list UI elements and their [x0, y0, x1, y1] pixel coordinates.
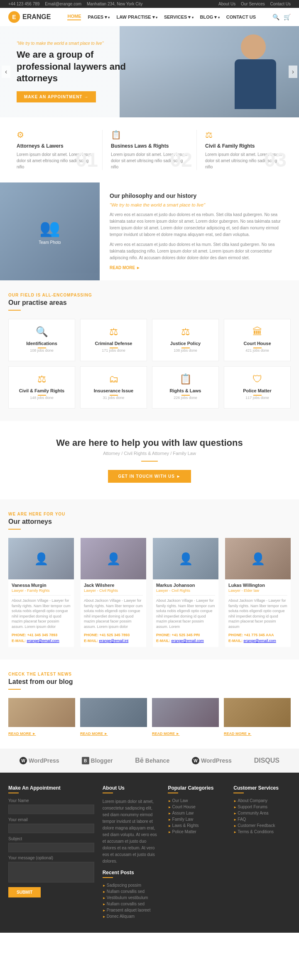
footer-service-3[interactable]: Community Area — [233, 811, 291, 815]
philosophy-text-2: At vero eos et accusam et justo duo dolo… — [110, 241, 289, 261]
top-bar-address[interactable]: Manhattan 234, New York City — [87, 2, 143, 6]
footer-name-input[interactable] — [8, 805, 94, 814]
top-bar-email[interactable]: Email@erange.com — [45, 2, 81, 6]
practice-card-identifications[interactable]: 🔍 Identifications 108 jobs done — [8, 319, 75, 361]
nav-contact[interactable]: CONTACT US — [226, 15, 256, 19]
footer-category-1[interactable]: Our Law — [168, 798, 225, 803]
footer-category-5[interactable]: Laws & Rights — [168, 823, 225, 828]
top-bar-phone[interactable]: +44 123 456 789 — [8, 2, 39, 6]
footer-submit-button[interactable]: SUBMIT — [8, 887, 41, 897]
top-bar-services[interactable]: Our Services — [241, 2, 265, 6]
footer-appointment: Make An Appointment Your Name Your email… — [8, 785, 94, 920]
footer-category-4[interactable]: Family Law — [168, 817, 225, 822]
feature-num-1: 01 — [76, 150, 98, 170]
logo[interactable]: E ERANGE — [8, 11, 51, 23]
footer-recent-post-5[interactable]: Praesent aliquet laoreet — [103, 908, 160, 912]
blog-read-more-4[interactable]: READ MORE — [224, 732, 251, 736]
nav-pages[interactable]: PAGES ▾ — [88, 15, 110, 20]
cta-subtitle: Attorney / Civil Rights & Attorney / Fam… — [8, 451, 291, 456]
hero-cta-button[interactable]: MAKE AN APPOINTMENT → — [17, 91, 96, 102]
partner-label-1: WordPress — [29, 757, 59, 764]
top-bar-contact[interactable]: Contact Us — [270, 2, 291, 6]
attorney-contact-3: PHONE: +41 525 345 PRI E-MAIL: erange@em… — [156, 632, 215, 644]
hero-next-button[interactable]: › — [289, 66, 297, 78]
practice-icon-justice: ⚖ — [159, 326, 212, 338]
hero-title: We are a group of professional laywers a… — [17, 49, 150, 85]
cta-title: We are here to help you with law questio… — [8, 438, 291, 448]
partner-wordpress-1: W WordPress — [20, 757, 59, 764]
feature-num-2: 02 — [170, 150, 192, 170]
footer-subject-label: Subject — [8, 837, 94, 841]
attorney-email-2: E-MAIL: erange@email.int — [84, 638, 143, 644]
footer-service-5[interactable]: Customer Feedback — [233, 823, 291, 828]
practice-card-justice[interactable]: ⚖ Justice Policy 108 jobs done — [152, 319, 219, 361]
blog-label: check the latest news — [8, 672, 291, 676]
nav-law-practise[interactable]: LAW PRACTISE ▾ — [116, 15, 157, 20]
practice-card-rights[interactable]: 📋 Rights & Laws 226 jobs done — [152, 366, 219, 409]
footer-service-4[interactable]: FAQ — [233, 817, 291, 822]
blog-read-more-2[interactable]: READ MORE — [80, 732, 108, 736]
footer-recent-post-4[interactable]: Nullam convallis sed — [103, 902, 160, 906]
partner-behance: Bē Behance — [135, 757, 169, 764]
nav-blog[interactable]: BLOG ▾ — [200, 15, 220, 20]
feature-num-3: 03 — [265, 150, 287, 170]
attorney-photo-3: 👤 — [153, 538, 218, 579]
blog-read-more-3[interactable]: READ MORE — [152, 732, 179, 736]
features-section: ⚙ Attorneys & Lawers Lorem ipsum dolor s… — [0, 117, 299, 182]
footer-service-2[interactable]: Support Forums — [233, 805, 291, 809]
hero-person-head — [241, 34, 266, 59]
footer-categories: Popular Categories Our Law Court House A… — [168, 785, 225, 920]
footer-category-2[interactable]: Court House — [168, 805, 225, 809]
attorney-avatar-3: 👤 — [179, 552, 193, 566]
practice-card-title-3: Justice Policy — [159, 341, 212, 346]
practice-icon-criminal: ⚖ — [87, 326, 140, 338]
attorney-email-4: E-MAIL: erange@email.com — [228, 638, 287, 644]
practice-icon-insurance: 🗂 — [87, 373, 140, 385]
footer-recent-post-3[interactable]: Vestibulum vestibulum — [103, 895, 160, 900]
practice-card-criminal[interactable]: ⚖ Criminal Defense 171 jobs done — [80, 319, 147, 361]
blog-card-1: READ MORE — [8, 698, 75, 736]
footer-category-6[interactable]: Police Matter — [168, 829, 225, 834]
practice-card-title-6: Insuserance Issue — [87, 388, 140, 393]
footer-recent-post-2[interactable]: Nullam convallis sed — [103, 889, 160, 894]
footer-message-label: Your message (optional) — [8, 856, 94, 860]
partners-section: W WordPress B Blogger Bē Behance W WordP… — [0, 749, 299, 773]
attorney-card-4: 👤 Lukas Willington Lawyer - Elder law Ab… — [225, 538, 291, 647]
practice-card-court[interactable]: 🏛 Court House 421 jobs done — [224, 319, 291, 361]
blog-card-4: READ MORE — [224, 698, 291, 736]
footer-recent-post-6[interactable]: Donec Aliquam — [103, 914, 160, 919]
philosophy-read-more[interactable]: READ MORE — [110, 265, 140, 270]
nav-services[interactable]: SERVICES ▾ — [164, 15, 194, 20]
blog-read-more-1[interactable]: READ MORE — [8, 732, 36, 736]
footer-subject-input[interactable] — [8, 843, 94, 852]
footer-email-label: Your email — [8, 817, 94, 822]
attorneys-section: we are here for you Our attorneys 👤 Vane… — [0, 499, 299, 659]
practice-card-civil[interactable]: ⚖ Civil & Family Rights 148 jobs done — [8, 366, 75, 409]
attorney-email-1: E-MAIL: erange@email.com — [12, 638, 71, 644]
footer-services: Customer Services About Company Support … — [233, 785, 291, 920]
footer-service-6[interactable]: Terms & Conditions — [233, 829, 291, 834]
attorney-email-3: E-MAIL: erange@email.com — [156, 638, 215, 644]
practice-card-insurance[interactable]: 🗂 Insuserance Issue 31 jobs done — [80, 366, 147, 409]
attorney-name-1: Vanessa Murgin — [12, 583, 71, 588]
practice-card-police[interactable]: 🛡 Police Matter 117 jobs done — [224, 366, 291, 409]
footer-category-3[interactable]: Assum Law — [168, 811, 225, 815]
footer-recent-post-1[interactable]: Sadipscing possim — [103, 883, 160, 888]
attorney-desc-3: About Jackson Village - Lawyer for famil… — [156, 595, 215, 630]
search-icon[interactable]: 🔍 — [272, 14, 279, 20]
top-bar-about[interactable]: About Us — [218, 2, 235, 6]
behance-icon: Bē — [135, 757, 143, 764]
footer-service-1[interactable]: About Company — [233, 798, 291, 803]
attorney-photo-4: 👤 — [225, 538, 291, 579]
cart-icon[interactable]: 🛒 — [284, 14, 291, 20]
blog-card-3: READ MORE — [152, 698, 219, 736]
practice-icon-identifications: 🔍 — [15, 326, 68, 338]
nav-home[interactable]: HOME — [67, 14, 81, 20]
cta-button[interactable]: GET IN TOUCH WITH US — [108, 470, 191, 483]
attorney-role-1: Lawyer - Family Rights — [12, 588, 71, 593]
practice-card-title-8: Police Matter — [231, 388, 284, 393]
footer-email-input[interactable] — [8, 824, 94, 833]
partner-wordpress-2: W WordPress — [192, 757, 232, 764]
footer-message-input[interactable] — [8, 862, 94, 883]
attorney-name-2: Jack Wilshere — [84, 583, 143, 588]
